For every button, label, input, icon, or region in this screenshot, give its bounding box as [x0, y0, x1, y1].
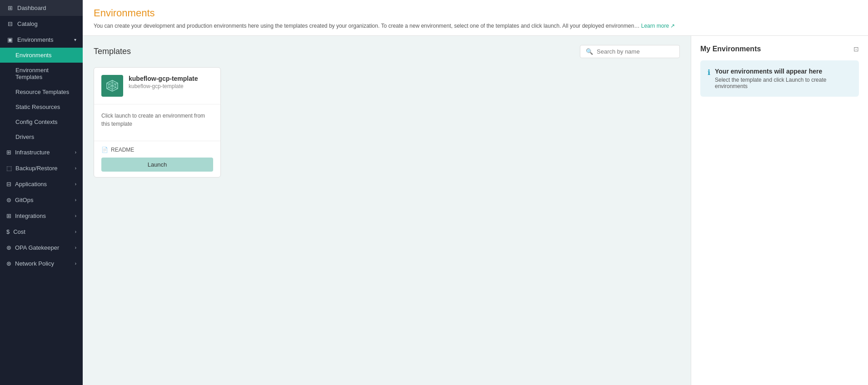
- sidebar-item-label: Cost: [13, 228, 25, 235]
- templates-header: Templates 🔍: [94, 45, 680, 58]
- network-icon: ⊛: [6, 260, 11, 267]
- sidebar-item-label: OPA Gatekeeper: [15, 244, 59, 251]
- sidebar-subitem-resource-templates[interactable]: Resource Templates: [0, 84, 83, 99]
- sidebar-item-opa-gatekeeper[interactable]: ⊛ OPA Gatekeeper ›: [0, 240, 83, 256]
- my-environments-panel: My Environments ⊡ ℹ Your environments wi…: [691, 36, 868, 385]
- templates-title: Templates: [94, 47, 131, 56]
- opa-icon: ⊛: [6, 244, 11, 251]
- expand-icon[interactable]: ⊡: [853, 45, 859, 53]
- applications-icon: ⊟: [6, 181, 11, 188]
- sidebar-subitem-label: Environments: [15, 52, 51, 59]
- my-environments-header: My Environments ⊡: [700, 45, 859, 53]
- sidebar-item-catalog[interactable]: ⊟ Catalog: [0, 16, 83, 32]
- sidebar-item-environments[interactable]: ▣ Environments ▾: [0, 32, 83, 48]
- content-area: Templates 🔍: [83, 36, 868, 385]
- file-icon: 📄: [101, 147, 108, 153]
- card-body: Click launch to create an environment fr…: [94, 104, 220, 141]
- environments-icon: ▣: [6, 36, 14, 43]
- page-title: Environments: [94, 7, 857, 19]
- card-info: kubeflow-gcp-template kubeflow-gcp-templ…: [129, 75, 198, 89]
- page-description: You can create your development and prod…: [94, 22, 857, 30]
- placeholder-content: Your environments will appear here Selec…: [715, 68, 852, 89]
- sidebar-subitem-static-resources[interactable]: Static Resources: [0, 99, 83, 114]
- sidebar-item-label: Backup/Restore: [15, 165, 58, 172]
- sidebar-item-label: GitOps: [15, 197, 33, 203]
- cost-chevron: ›: [75, 229, 76, 234]
- page-header: Environments You can create your develop…: [83, 0, 868, 36]
- search-icon: 🔍: [586, 48, 593, 55]
- sidebar-item-label: Applications: [15, 181, 47, 188]
- sidebar-item-label: Catalog: [17, 20, 38, 27]
- learn-more-link[interactable]: Learn more ↗: [641, 23, 675, 29]
- templates-panel: Templates 🔍: [83, 36, 691, 385]
- dashboard-icon: ⊞: [6, 5, 14, 11]
- sidebar-item-backup-restore[interactable]: ⬚ Backup/Restore ›: [0, 160, 83, 176]
- info-icon: ℹ: [708, 68, 710, 77]
- network-chevron: ›: [75, 261, 76, 266]
- sidebar-subitem-label: Resource Templates: [15, 89, 69, 95]
- sidebar-subitem-label: Config Contexts: [15, 118, 58, 125]
- template-card: kubeflow-gcp-template kubeflow-gcp-templ…: [94, 67, 221, 178]
- gitops-icon: ⊜: [6, 197, 11, 203]
- card-name: kubeflow-gcp-template: [129, 75, 198, 82]
- sidebar-subitem-label: Drivers: [15, 133, 34, 140]
- backup-icon: ⬚: [6, 165, 12, 172]
- sidebar: ⊞ Dashboard ⊟ Catalog ▣ Environments ▾ E…: [0, 0, 83, 385]
- card-footer: 📄 README Launch: [94, 141, 220, 177]
- launch-button[interactable]: Launch: [101, 158, 213, 172]
- cost-icon: $: [6, 228, 10, 235]
- integrations-chevron: ›: [75, 213, 76, 218]
- sidebar-item-cost[interactable]: $ Cost ›: [0, 224, 83, 240]
- sidebar-item-label: Integrations: [15, 212, 46, 219]
- integrations-icon: ⊞: [6, 212, 11, 219]
- card-icon: [101, 75, 123, 97]
- applications-chevron: ›: [75, 182, 76, 187]
- sidebar-subitem-environments[interactable]: Environments: [0, 48, 83, 63]
- infrastructure-chevron: ›: [75, 150, 76, 155]
- placeholder-title: Your environments will appear here: [715, 68, 852, 75]
- sidebar-subitem-config-contexts[interactable]: Config Contexts: [0, 114, 83, 129]
- my-environments-title: My Environments: [700, 45, 761, 53]
- sidebar-item-label: Environments: [17, 36, 53, 43]
- environments-placeholder: ℹ Your environments will appear here Sel…: [700, 60, 859, 97]
- card-description: Click launch to create an environment fr…: [101, 112, 213, 128]
- main-content: Environments You can create your develop…: [83, 0, 868, 385]
- sidebar-subitem-label: Static Resources: [15, 104, 60, 110]
- card-subtitle: kubeflow-gcp-template: [129, 83, 198, 89]
- opa-chevron: ›: [75, 245, 76, 250]
- sidebar-subitem-environment-templates[interactable]: Environment Templates: [0, 63, 83, 84]
- sidebar-item-integrations[interactable]: ⊞ Integrations ›: [0, 208, 83, 224]
- sidebar-subitem-label: Environment Templates: [15, 67, 76, 80]
- catalog-icon: ⊟: [6, 20, 14, 27]
- sidebar-item-dashboard[interactable]: ⊞ Dashboard: [0, 0, 83, 16]
- sidebar-item-gitops[interactable]: ⊜ GitOps ›: [0, 192, 83, 208]
- sidebar-subitem-drivers[interactable]: Drivers: [0, 129, 83, 144]
- backup-chevron: ›: [75, 166, 76, 171]
- search-box[interactable]: 🔍: [580, 45, 680, 58]
- search-input[interactable]: [597, 48, 674, 55]
- environments-chevron: ▾: [74, 37, 76, 42]
- sidebar-item-label: Infrastructure: [15, 149, 50, 156]
- sidebar-item-network-policy[interactable]: ⊛ Network Policy ›: [0, 256, 83, 271]
- placeholder-subtitle: Select the template and click Launch to …: [715, 77, 852, 89]
- readme-link[interactable]: 📄 README: [101, 147, 213, 153]
- card-top: kubeflow-gcp-template kubeflow-gcp-templ…: [94, 68, 220, 104]
- gitops-chevron: ›: [75, 197, 76, 202]
- sidebar-item-applications[interactable]: ⊟ Applications ›: [0, 176, 83, 192]
- sidebar-item-label: Network Policy: [15, 260, 54, 267]
- sidebar-item-infrastructure[interactable]: ⊞ Infrastructure ›: [0, 144, 83, 160]
- infrastructure-icon: ⊞: [6, 149, 11, 156]
- sidebar-item-label: Dashboard: [17, 5, 46, 11]
